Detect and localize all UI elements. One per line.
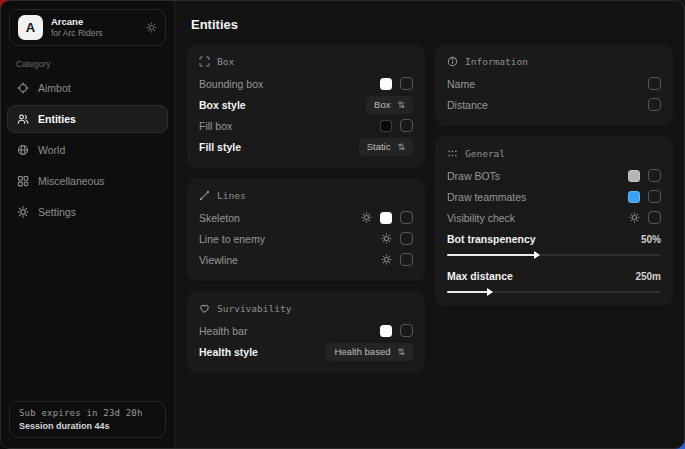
color-swatch[interactable] — [628, 170, 640, 182]
setting-row-bounding-box: Bounding box — [199, 73, 413, 94]
slider-value: 250m — [635, 271, 661, 282]
setting-label: Health style — [199, 346, 258, 358]
sidebar-item-label: Aimbot — [38, 82, 71, 94]
sidebar-item-label: Entities — [38, 113, 76, 125]
sidebar-item-entities[interactable]: Entities — [7, 105, 168, 133]
sidebar-item-aimbot[interactable]: Aimbot — [7, 74, 168, 102]
setting-label: Viewline — [199, 254, 238, 266]
entities-icon — [17, 113, 29, 125]
max-distance-slider[interactable] — [447, 291, 661, 293]
session-duration-text: Session duration 44s — [19, 421, 156, 431]
setting-label: Max distance — [447, 270, 513, 282]
setting-label: Line to enemy — [199, 233, 265, 245]
category-label: Category — [16, 59, 174, 69]
left-column: Box Bounding box Box style Box ⇅ — [187, 44, 425, 373]
setting-row-visibility-check: Visibility check — [447, 207, 661, 228]
setting-row-line-to-enemy: Line to enemy — [199, 228, 413, 249]
sidebar-item-miscellaneous[interactable]: Miscellaneous — [7, 167, 168, 195]
slider-value: 50% — [641, 234, 661, 245]
app-window: A Arcane for Arc Riders Category Aimbot — [0, 0, 685, 449]
color-swatch[interactable] — [380, 78, 392, 90]
setting-label: Distance — [447, 99, 488, 111]
box-style-select[interactable]: Box ⇅ — [366, 96, 413, 114]
setting-label: Bounding box — [199, 78, 263, 90]
setting-row-distance: Distance — [447, 94, 661, 115]
sidebar-item-label: World — [38, 144, 65, 156]
setting-label: Name — [447, 78, 475, 90]
checkbox[interactable] — [648, 169, 661, 182]
sidebar-item-label: Miscellaneous — [38, 175, 105, 187]
page-title: Entities — [191, 17, 673, 32]
health-style-select[interactable]: Health based ⇅ — [326, 343, 413, 361]
sidebar-item-settings[interactable]: Settings — [7, 198, 168, 226]
slider-thumb[interactable] — [534, 251, 540, 259]
checkbox[interactable] — [400, 119, 413, 132]
color-swatch[interactable] — [628, 191, 640, 203]
gear-icon[interactable] — [629, 212, 640, 223]
setting-row-name: Name — [447, 73, 661, 94]
sidebar-nav: Aimbot Entities World Miscellaneous — [1, 74, 174, 229]
bot-transparency-slider[interactable] — [447, 254, 661, 256]
app-subtitle: for Arc Riders — [51, 28, 103, 39]
chevrons-up-down-icon: ⇅ — [397, 142, 405, 152]
info-icon — [447, 56, 458, 67]
lines-card: Lines Skeleton Line to enemy — [187, 178, 425, 281]
gear-icon[interactable] — [146, 22, 157, 33]
chevrons-up-down-icon: ⇅ — [397, 347, 405, 357]
checkbox[interactable] — [648, 211, 661, 224]
checkbox[interactable] — [400, 77, 413, 90]
grid-dots-icon — [447, 148, 458, 159]
setting-row-skeleton: Skeleton — [199, 207, 413, 228]
card-header-label: Lines — [217, 190, 246, 201]
general-card: General Draw BOTs Draw teammates Visibil… — [435, 136, 673, 306]
card-header-label: Information — [465, 56, 528, 67]
checkbox[interactable] — [400, 324, 413, 337]
checkbox[interactable] — [400, 253, 413, 266]
card-header-label: Box — [217, 56, 234, 67]
color-swatch[interactable] — [380, 120, 392, 132]
color-swatch[interactable] — [380, 212, 392, 224]
gear-icon[interactable] — [381, 254, 392, 265]
globe-icon — [17, 144, 29, 156]
setting-label: Box style — [199, 99, 246, 111]
box-card: Box Bounding box Box style Box ⇅ — [187, 44, 425, 168]
slider-fill — [447, 254, 537, 256]
slider-fill — [447, 291, 490, 293]
information-card: Information Name Distance — [435, 44, 673, 126]
setting-row-box-style: Box style Box ⇅ — [199, 94, 413, 115]
crosshair-icon — [17, 82, 29, 94]
setting-label: Fill box — [199, 120, 232, 132]
sidebar-item-label: Settings — [38, 206, 76, 218]
setting-row-fill-style: Fill style Static ⇅ — [199, 136, 413, 157]
app-header: A Arcane for Arc Riders — [9, 9, 166, 46]
setting-label: Draw teammates — [447, 191, 526, 203]
setting-row-health-bar: Health bar — [199, 320, 413, 341]
card-header-label: Survivability — [217, 303, 291, 314]
sidebar: A Arcane for Arc Riders Category Aimbot — [1, 1, 175, 448]
fill-style-select[interactable]: Static ⇅ — [359, 138, 413, 156]
gear-icon[interactable] — [361, 212, 372, 223]
line-icon — [199, 190, 210, 201]
checkbox[interactable] — [648, 190, 661, 203]
sidebar-item-world[interactable]: World — [7, 136, 168, 164]
gear-icon[interactable] — [381, 233, 392, 244]
setting-row-health-style: Health style Health based ⇅ — [199, 341, 413, 362]
checkbox[interactable] — [648, 98, 661, 111]
main-content: Entities Box Bounding box — [175, 1, 685, 448]
setting-row-bot-transparency: Bot transpenency 50% — [447, 228, 661, 256]
setting-row-draw-teammates: Draw teammates — [447, 186, 661, 207]
setting-label: Fill style — [199, 141, 241, 153]
setting-label: Draw BOTs — [447, 170, 500, 182]
slider-thumb[interactable] — [487, 288, 493, 296]
gear-icon — [17, 206, 29, 218]
color-swatch[interactable] — [380, 325, 392, 337]
selected-value: Static — [367, 141, 391, 152]
checkbox[interactable] — [400, 232, 413, 245]
checkbox[interactable] — [648, 77, 661, 90]
checkbox[interactable] — [400, 211, 413, 224]
subscription-info: Sub expires in 23d 20h Session duration … — [9, 401, 166, 438]
selected-value: Health based — [334, 346, 390, 357]
setting-row-max-distance: Max distance 250m — [447, 265, 661, 293]
setting-row-draw-bots: Draw BOTs — [447, 165, 661, 186]
scan-brackets-icon — [199, 56, 210, 67]
